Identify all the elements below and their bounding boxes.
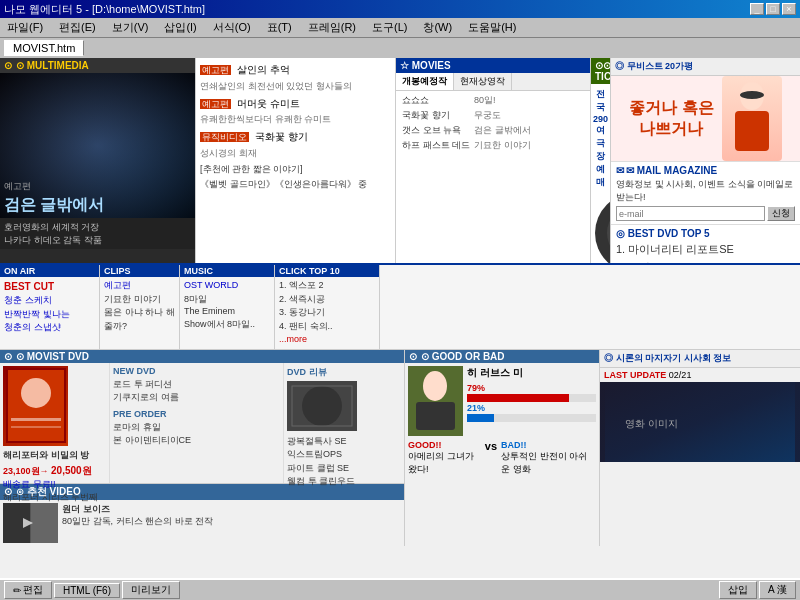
ad-text-line2: 나쁘거나	[629, 119, 713, 140]
music-sub: 8마일The EminemShow에서 8마일..	[184, 293, 270, 331]
good-bad-section: ⊙ ⊙ GOOD OR BAD 히 러브스 미	[405, 350, 600, 546]
window-controls[interactable]: _ □ ×	[750, 3, 796, 15]
mail-form: 신청	[616, 206, 795, 221]
dvd-icon: ⊙	[4, 351, 12, 362]
menu-table[interactable]: 표(T)	[264, 20, 295, 35]
video-item: 원더 보이즈 80일만 감독, 커티스 핸슨의 바로 전작	[3, 503, 401, 543]
pre-order-item1[interactable]: 로마의 휴일	[113, 421, 280, 435]
preview-tag2: 예고편	[200, 99, 231, 109]
best-cut-item2[interactable]: 반짝반짝 빛나는	[4, 308, 95, 322]
edit-tab-preview[interactable]: 미리보기	[122, 581, 180, 599]
multimedia-image[interactable]: 예고편 검은 글밖에서	[0, 73, 195, 218]
clips-column: CLIPS 예고편 기묘한 미야기 몸은 아냐 하나 해줄까?	[100, 265, 180, 349]
preview-item2[interactable]: 예고편 머머웃 슈미트	[200, 96, 391, 112]
edit-tab-edit[interactable]: ✏ 편집	[4, 581, 52, 599]
lang-label: A 漢	[768, 583, 787, 597]
new-dvd-item2[interactable]: 기쿠지로의 여름	[113, 391, 280, 405]
click-top10-content: 1. 엑스포 2 2. 색즉시공 3. 동강나기 4. 팬티 숙의.. ...m…	[275, 277, 379, 349]
preview-tag3: 뮤직비디오	[200, 132, 249, 142]
lang-btn[interactable]: A 漢	[759, 581, 796, 599]
clips-content: 예고편 기묘한 미야기 몸은 아냐 하나 해줄까?	[100, 277, 179, 335]
menu-insert[interactable]: 삽입(I)	[161, 20, 199, 35]
subscribe-btn[interactable]: 신청	[767, 206, 795, 221]
click-item3[interactable]: 3. 동강나기	[279, 306, 375, 320]
video-icon: ⊙	[4, 486, 12, 497]
maximize-btn[interactable]: □	[766, 3, 780, 15]
click-more[interactable]: ...more	[279, 333, 375, 347]
menu-edit[interactable]: 편집(E)	[56, 20, 99, 35]
onair-content: BEST CUT 청춘 스케치 반짝반짝 빛나는 청춘의 스냅샷	[0, 277, 99, 337]
review-item4[interactable]: 웰컴 투 클린우드	[287, 475, 401, 489]
menu-bar: 파일(F) 편집(E) 보기(V) 삽입(I) 서식(O) 표(T) 프레임(R…	[0, 18, 800, 38]
menu-tools[interactable]: 도구(L)	[369, 20, 410, 35]
pre-order-header: PRE ORDER 로마의 휴일 본 아이덴티티이CE	[113, 409, 280, 448]
close-btn[interactable]: ×	[782, 3, 796, 15]
movie-value: 기묘한 이야기	[472, 138, 533, 153]
bottom-section: ⊙ ⊙ MOVIST DVD	[0, 350, 800, 546]
menu-window[interactable]: 창(W)	[420, 20, 455, 35]
bad-progress-bar	[467, 414, 596, 422]
preview-item3[interactable]: 뮤직비디오 국화꽃 향기	[200, 129, 391, 145]
insert-btn[interactable]: 삽입	[719, 581, 757, 599]
dvd-item-2[interactable]: 2. 트리플 ×	[616, 259, 795, 263]
right-sidebar-top: ◎ 무비스트 20가평 좋거나 혹은 나쁘거나	[610, 58, 800, 263]
bad-text: BAD!!	[501, 440, 527, 450]
onair-header: ON AIR	[0, 265, 99, 277]
file-tab[interactable]: MOVIST.htm	[4, 40, 84, 56]
music-item[interactable]: OST WORLD	[184, 279, 270, 293]
movie-title: 검은 글밖에서	[4, 195, 191, 214]
good-bad-content: 히 러브스 미 79% 21%	[405, 363, 599, 479]
clips-item[interactable]: 예고편	[104, 279, 175, 293]
movies-header: ☆ MOVIES	[396, 58, 590, 73]
multimedia-header: ⊙ ⊙ MULTIMEDIA	[0, 58, 195, 73]
menu-help[interactable]: 도움말(H)	[465, 20, 519, 35]
best-cut-item1[interactable]: 청춘 스케치	[4, 294, 95, 308]
email-input[interactable]	[616, 206, 765, 221]
click-top10-column: CLICK TOP 10 1. 엑스포 2 2. 색즉시공 3. 동강나기 4.…	[275, 265, 380, 349]
dvd-review-header: DVD 리뷰	[287, 366, 401, 379]
click-item4[interactable]: 4. 팬티 숙의..	[279, 320, 375, 334]
sidebar-advertisement[interactable]: 좋거나 혹은 나쁘거나	[611, 76, 800, 161]
tab-current[interactable]: 현재상영작	[454, 73, 512, 90]
review-item2[interactable]: 익스트림OPS	[287, 448, 401, 462]
menu-frame[interactable]: 프레임(R)	[305, 20, 359, 35]
window-title: 나모 웹에디터 5 - [D:\home\MOVIST.htm]	[4, 2, 205, 17]
menu-file[interactable]: 파일(F)	[4, 20, 46, 35]
good-progress-bar	[467, 394, 596, 402]
new-dvd-item1[interactable]: 로드 투 퍼디션	[113, 378, 280, 392]
click-item1[interactable]: 1. 엑스포 2	[279, 279, 375, 293]
tab-upcoming[interactable]: 개봉예정작	[396, 73, 454, 90]
dvd-featured-image[interactable]	[3, 366, 68, 446]
last-update-date: 02/21	[669, 370, 692, 380]
dvd-item-1[interactable]: 1. 마이너리티 리포트SE	[616, 241, 795, 259]
preview-item1[interactable]: 예고편 살인의 추억	[200, 62, 391, 78]
menu-format[interactable]: 서식(O)	[210, 20, 254, 35]
dvd-price-old: 23,100원→ 20,500원	[3, 464, 106, 478]
pre-order-item2[interactable]: 본 아이덴티티이CE	[113, 434, 280, 448]
minimize-btn[interactable]: _	[750, 3, 764, 15]
good-desc: 아메리의 그녀가 왔다!	[408, 451, 474, 474]
review-item3[interactable]: 파이트 클럽 SE	[287, 462, 401, 476]
click-top10-header: CLICK TOP 10	[275, 265, 379, 277]
edit-tab-html[interactable]: HTML (F6)	[54, 583, 120, 598]
sidebar-movie-image[interactable]: 영화 이미지	[600, 382, 800, 462]
best-cut-item3[interactable]: 청춘의 스냅샷	[4, 321, 95, 335]
movie-subtitle: 예고편	[4, 180, 191, 193]
review-item1[interactable]: 광복절특사 SE	[287, 435, 401, 449]
clips-header: CLIPS	[100, 265, 179, 277]
video-thumbnail[interactable]	[3, 503, 58, 543]
edit-bar: ✏ 편집 HTML (F6) 미리보기 삽입 A 漢	[0, 578, 800, 600]
movie-label: 갯스 오브 뉴욕	[400, 123, 472, 138]
movies-title: MOVIES	[412, 60, 451, 71]
movies-tabs: 개봉예정작 현재상영작	[396, 73, 590, 91]
click-item2[interactable]: 2. 색즉시공	[279, 293, 375, 307]
ad-person-image	[722, 76, 782, 161]
movie-label: 하프 패스트 데드	[400, 138, 472, 153]
movie-row: 하프 패스트 데드 기묘한 이야기	[400, 138, 533, 153]
dvd-review-image	[287, 381, 357, 431]
last-update-header: ◎ 시론의 마지자기 시사회 정보	[600, 350, 800, 368]
good-bad-poster[interactable]	[408, 366, 463, 436]
ticket-image[interactable]	[595, 193, 610, 263]
menu-view[interactable]: 보기(V)	[109, 20, 152, 35]
good-verdict: GOOD!! 아메리의 그녀가 왔다!	[408, 440, 481, 476]
